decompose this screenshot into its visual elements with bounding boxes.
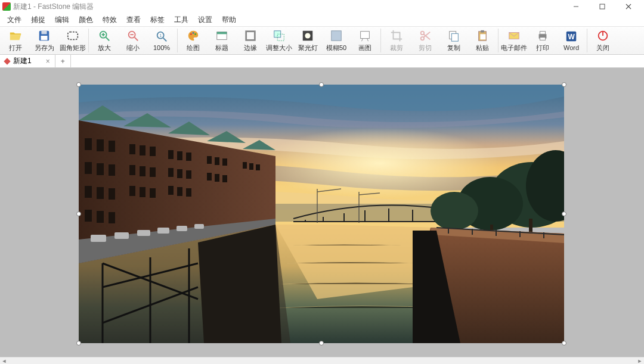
- caption-button[interactable]: 标题: [208, 27, 236, 54]
- window-minimize-button[interactable]: [563, 0, 589, 13]
- diskette-icon: [38, 29, 51, 42]
- menu-color[interactable]: 颜色: [74, 14, 98, 26]
- svg-rect-20: [246, 31, 255, 40]
- svg-line-13: [163, 38, 167, 42]
- tab-add-button[interactable]: +: [55, 55, 71, 67]
- toolbar-label: 打印: [536, 43, 549, 52]
- svg-point-17: [194, 33, 196, 35]
- svg-rect-84: [177, 169, 182, 178]
- svg-rect-88: [186, 188, 191, 197]
- tab-document-1[interactable]: 新建1 ×: [0, 55, 55, 67]
- menu-settings[interactable]: 设置: [193, 14, 217, 26]
- toolbar-separator: [498, 29, 499, 52]
- zoomout-button[interactable]: 缩小: [119, 27, 147, 54]
- toolbar-separator: [587, 29, 587, 52]
- copy-button[interactable]: 复制: [439, 27, 468, 54]
- caption-icon: [215, 29, 228, 42]
- svg-text:W: W: [568, 33, 575, 41]
- spot-button[interactable]: 聚光灯: [293, 27, 322, 54]
- toolbar-label: 调整大小: [266, 43, 292, 52]
- toolbar-label: 画图: [358, 43, 371, 52]
- svg-rect-81: [177, 151, 182, 160]
- menu-file[interactable]: 文件: [2, 14, 26, 26]
- roundrect-button[interactable]: 圆角矩形: [58, 27, 87, 54]
- window-maximize-button[interactable]: [589, 0, 615, 13]
- draw-button[interactable]: 绘图: [179, 27, 208, 54]
- word-button[interactable]: WWord: [557, 27, 586, 54]
- menu-view[interactable]: 查看: [122, 14, 145, 26]
- selection-handle-bottom-left[interactable]: [76, 341, 81, 346]
- svg-rect-27: [361, 31, 370, 38]
- paste-icon: [476, 29, 489, 42]
- selection-handle-top-middle[interactable]: [319, 82, 324, 87]
- cut-button: 剪切: [411, 27, 439, 54]
- rounded-rect-icon: [66, 29, 79, 42]
- saveas-button[interactable]: 另存为: [30, 27, 58, 54]
- scroll-right-button[interactable]: ►: [636, 357, 644, 365]
- edge-button[interactable]: 边缘: [236, 27, 265, 54]
- selection-handle-top-left[interactable]: [76, 82, 81, 87]
- menubar: 文件 捕捉 编辑 颜色 特效 查看 标签 工具 设置 帮助: [0, 13, 644, 26]
- toolbar-label: 聚光灯: [298, 43, 318, 52]
- canvas-button[interactable]: 画图: [351, 27, 379, 54]
- power-icon: [596, 29, 609, 42]
- svg-rect-102: [177, 226, 187, 231]
- zoomin-button[interactable]: 放大: [90, 27, 119, 54]
- tab-close-button[interactable]: ×: [46, 57, 50, 66]
- svg-rect-96: [249, 163, 253, 170]
- selection-handle-middle-left[interactable]: [76, 211, 81, 216]
- tab-strip: 新建1 × +: [0, 55, 644, 68]
- scroll-left-button[interactable]: ◄: [0, 357, 8, 365]
- open-button[interactable]: 打开: [1, 27, 30, 54]
- menu-tools[interactable]: 工具: [169, 14, 193, 26]
- crop-button: 裁剪: [382, 27, 411, 54]
- zoom-out-icon: [126, 29, 140, 42]
- print-button[interactable]: 打印: [528, 27, 557, 54]
- svg-rect-70: [109, 212, 115, 223]
- svg-rect-100: [137, 230, 150, 236]
- svg-rect-65: [85, 186, 92, 198]
- toolbar-label: 模糊50: [326, 43, 346, 52]
- horizontal-scrollbar[interactable]: ◄ ►: [0, 357, 644, 364]
- menu-tags[interactable]: 标签: [145, 14, 169, 26]
- resize-icon: [273, 29, 286, 42]
- window-close-button[interactable]: [615, 0, 642, 13]
- close-button[interactable]: 关闭: [589, 27, 617, 54]
- svg-rect-25: [332, 30, 342, 41]
- toolbar-label: 电子邮件: [501, 43, 527, 52]
- blur-icon: [330, 29, 343, 42]
- svg-rect-79: [150, 188, 156, 198]
- menu-capture[interactable]: 捕捉: [26, 14, 50, 26]
- canvas[interactable]: [79, 85, 564, 343]
- toolbar-label: 放大: [98, 43, 111, 52]
- blur-button[interactable]: 模糊50: [322, 27, 351, 54]
- svg-rect-35: [451, 33, 458, 41]
- toolbar-label: 裁剪: [390, 43, 403, 52]
- svg-rect-86: [168, 186, 174, 195]
- toolbar-label: 绘图: [187, 43, 200, 52]
- svg-rect-59: [85, 138, 92, 150]
- svg-rect-92: [207, 173, 212, 181]
- resize-button[interactable]: 调整大小: [265, 27, 293, 54]
- selection-handle-middle-right[interactable]: [562, 211, 566, 216]
- selection-handle-top-right[interactable]: [562, 82, 566, 87]
- zoom100-button[interactable]: 1100%: [147, 27, 176, 54]
- svg-rect-41: [540, 31, 545, 34]
- menu-edit[interactable]: 编辑: [50, 14, 74, 26]
- workspace[interactable]: [0, 68, 644, 357]
- selection-handle-bottom-right[interactable]: [562, 341, 566, 346]
- svg-rect-94: [222, 175, 227, 182]
- paste-button[interactable]: 粘贴: [468, 27, 497, 54]
- selection-handle-bottom-middle[interactable]: [319, 341, 324, 346]
- word-icon: W: [565, 30, 578, 43]
- svg-point-24: [305, 33, 310, 38]
- dirty-indicator-icon: [4, 58, 10, 64]
- menu-help[interactable]: 帮助: [217, 14, 241, 26]
- menu-effects[interactable]: 特效: [98, 14, 122, 26]
- email-button[interactable]: 电子邮件: [500, 27, 528, 54]
- scroll-track[interactable]: [8, 357, 636, 365]
- svg-point-112: [431, 192, 478, 230]
- toolbar-label: 圆角矩形: [60, 43, 86, 52]
- toolbar: 打开另存为圆角矩形放大缩小1100%绘图标题边缘调整大小聚光灯模糊50画图裁剪剪…: [0, 26, 644, 55]
- svg-rect-83: [168, 168, 174, 177]
